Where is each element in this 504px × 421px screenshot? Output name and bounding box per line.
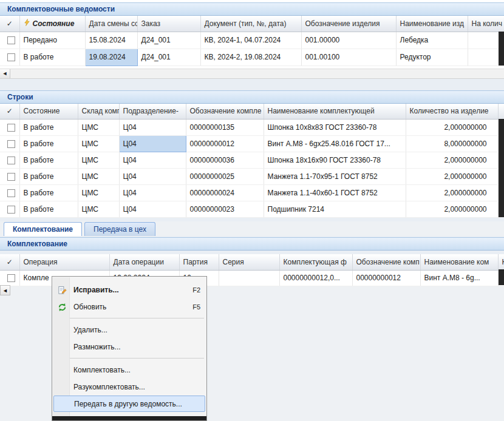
table-row[interactable]: В работе ЦМС Ц04 00000000023 Подшипник 7… bbox=[0, 201, 504, 218]
app-window: Комплектовочные ведомости ✓ Состояние Да… bbox=[0, 0, 504, 421]
header-operation-date[interactable]: Дата операции bbox=[109, 254, 179, 270]
menu-item-komplektovat[interactable]: Комплектовать... bbox=[52, 362, 206, 379]
header-document[interactable]: Документ (тип, №, дата) bbox=[200, 16, 301, 32]
scroll-left-button[interactable]: ◄ bbox=[0, 69, 10, 78]
table-row[interactable]: В работе ЦМС Ц04 00000000036 Шпонка 18x1… bbox=[0, 152, 504, 169]
tab-bar: Комплектование Передача в цех bbox=[0, 221, 504, 236]
lightning-icon bbox=[24, 19, 30, 28]
header-series[interactable]: Серия bbox=[219, 254, 279, 270]
stroki-grid: ✓ Состояние Склад комп Подразделение- Об… bbox=[0, 104, 504, 218]
menu-separator bbox=[55, 318, 204, 318]
table-row-selected[interactable]: В работе 19.08.2024 Д24_001 КВ, 2024-2, … bbox=[0, 49, 504, 66]
table-row[interactable]: Передано 15.08.2024 Д24_001 КВ, 2024-1, … bbox=[0, 32, 504, 49]
header-clipped bbox=[498, 104, 504, 120]
menu-item-peredat-v-druguyu-vedomost[interactable]: Передать в другую ведомость... bbox=[53, 396, 205, 412]
header-product-code[interactable]: Обозначение изделия bbox=[301, 16, 396, 32]
vedomosti-grid: ✓ Состояние Дата смены сост Заказ Докуме… bbox=[0, 16, 504, 66]
menu-item-delete[interactable]: Удалить... bbox=[52, 322, 206, 338]
focused-cell: Ц04 bbox=[119, 136, 186, 152]
empty-icon-slot bbox=[56, 382, 68, 392]
clipped-column-region bbox=[499, 32, 504, 66]
clipped-column-region bbox=[499, 269, 504, 285]
row-checkbox[interactable] bbox=[7, 206, 15, 214]
panel-stroki-title: Строки bbox=[7, 93, 33, 101]
header-component-name[interactable]: Наименование ком bbox=[420, 254, 498, 270]
header-date[interactable]: Дата смены сост bbox=[85, 16, 137, 32]
header-component-code[interactable]: Обозначение компле bbox=[186, 104, 264, 120]
row-checkbox[interactable] bbox=[7, 53, 15, 61]
empty-icon-slot bbox=[56, 325, 68, 335]
clipped-column-region bbox=[499, 119, 504, 217]
empty-icon-slot bbox=[56, 365, 68, 375]
header-product-name[interactable]: Наименование изд bbox=[396, 16, 468, 32]
header-batch[interactable]: Партия bbox=[179, 254, 219, 270]
edit-icon bbox=[56, 285, 68, 295]
menu-item-duplicate[interactable]: Размножить... bbox=[52, 338, 206, 355]
row-checkbox[interactable] bbox=[7, 140, 15, 148]
panel-stroki-header: Строки bbox=[0, 90, 504, 104]
empty-icon-slot bbox=[56, 399, 69, 409]
menu-item-razukomplektovat[interactable]: Разукомплектовать... bbox=[52, 379, 206, 396]
header-clipped: К bbox=[498, 254, 504, 270]
shortcut-f5: F5 bbox=[192, 303, 200, 311]
row-checkbox[interactable] bbox=[7, 36, 15, 44]
header-component-fact[interactable]: Комплектующая ф bbox=[279, 254, 352, 270]
refresh-icon bbox=[56, 302, 68, 312]
shortcut-f2: F2 bbox=[192, 286, 200, 294]
header-check-all[interactable]: ✓ bbox=[0, 16, 19, 32]
panel-spacer bbox=[0, 79, 504, 90]
panel-vedomosti-header: Комплектовочные ведомости bbox=[0, 2, 504, 16]
header-state[interactable]: Состояние bbox=[19, 16, 85, 32]
scroll-left-icon: ◄ bbox=[2, 70, 8, 76]
table-row[interactable]: В работе ЦМС Ц04 00000000012 Винт А.М8 -… bbox=[0, 136, 504, 152]
header-qty-per-item[interactable]: Количество на изделие bbox=[406, 104, 498, 120]
header-state[interactable]: Состояние bbox=[19, 104, 78, 120]
table-row[interactable]: В работе ЦМС Ц04 00000000135 Шпонка 10x8… bbox=[0, 120, 504, 136]
menu-item-edit[interactable]: Исправить... F2 bbox=[52, 281, 206, 298]
panel-vedomosti-title: Комплектовочные ведомости bbox=[7, 5, 115, 13]
tab-komplektovanie[interactable]: Комплектование bbox=[4, 222, 82, 236]
table-row[interactable]: В работе ЦМС Ц04 00000000024 Манжета 1.1… bbox=[0, 185, 504, 201]
scroll-left-icon: ◄ bbox=[2, 288, 8, 294]
row-checkbox[interactable] bbox=[7, 274, 15, 282]
menu-item-refresh[interactable]: Обновить F5 bbox=[52, 298, 206, 315]
menu-clipped-bottom bbox=[52, 416, 206, 420]
header-qty[interactable]: На колич bbox=[468, 16, 504, 32]
menu-separator bbox=[55, 358, 204, 359]
row-checkbox[interactable] bbox=[7, 157, 15, 164]
header-operation[interactable]: Операция bbox=[19, 254, 109, 270]
panel-komplektovanie-title: Комплектование bbox=[7, 240, 67, 248]
komplektovanie-header-row: ✓ Операция Дата операции Партия Серия Ко… bbox=[0, 254, 504, 270]
header-check-all[interactable]: ✓ bbox=[0, 254, 19, 270]
stroki-header-row: ✓ Состояние Склад комп Подразделение- Об… bbox=[0, 104, 504, 120]
vedomosti-header-row: ✓ Состояние Дата смены сост Заказ Докуме… bbox=[0, 16, 504, 32]
table-row[interactable]: В работе ЦМС Ц04 00000000025 Манжета 1.1… bbox=[0, 169, 504, 185]
header-component-name[interactable]: Наименование комплектующей bbox=[264, 104, 406, 120]
horizontal-scrollbar[interactable]: ◄ bbox=[0, 69, 504, 79]
focused-cell: 19.08.2024 bbox=[85, 49, 137, 66]
header-warehouse[interactable]: Склад комп bbox=[78, 104, 119, 120]
header-department[interactable]: Подразделение- bbox=[119, 104, 186, 120]
tab-peredacha-v-ceh[interactable]: Передача в цех bbox=[84, 222, 155, 236]
header-check-all[interactable]: ✓ bbox=[0, 104, 19, 120]
header-component-code[interactable]: Обозначение комп bbox=[352, 254, 420, 270]
row-checkbox[interactable] bbox=[7, 189, 15, 197]
panel-komplektovanie-header: Комплектование bbox=[0, 237, 504, 251]
scroll-left-button[interactable]: ◄ bbox=[0, 285, 10, 295]
empty-icon-slot bbox=[56, 342, 68, 352]
context-menu: Исправить... F2 Обновить F5 Удалить... Р… bbox=[52, 276, 207, 421]
header-order[interactable]: Заказ bbox=[137, 16, 200, 32]
row-checkbox[interactable] bbox=[7, 173, 15, 181]
row-checkbox[interactable] bbox=[7, 124, 15, 132]
